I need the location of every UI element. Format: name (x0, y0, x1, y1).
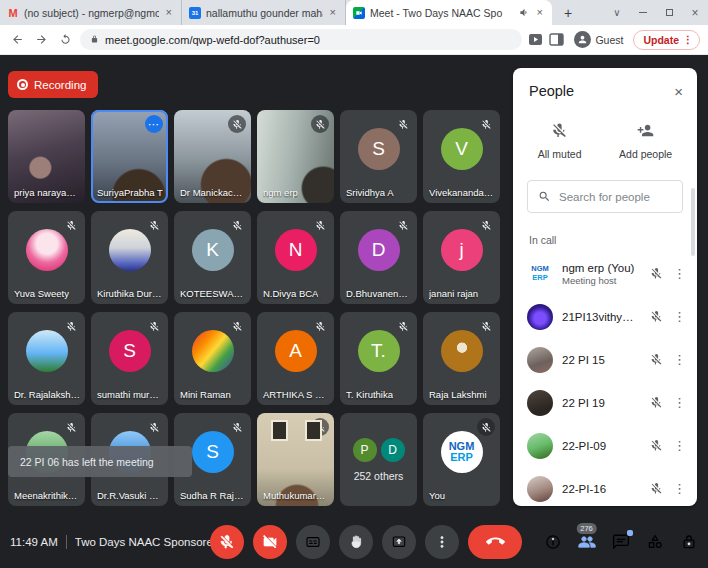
info-button[interactable] (542, 531, 563, 552)
participant-menu-icon[interactable]: ⋮ (673, 395, 685, 410)
record-icon (17, 79, 28, 90)
toast-notification: 22 PI 06 has left the meeting (8, 446, 192, 477)
participant-name: ngm erp (You) (562, 262, 639, 274)
participant-tile[interactable]: Yuva Sweety (8, 211, 85, 304)
address-bar[interactable]: meet.google.com/qwp-wefd-dof?authuser=0 (80, 29, 522, 50)
browser-tab[interactable]: 31nallamuthu gounder mahalingam× (182, 0, 346, 25)
tile-name-label: T. Kiruthika (346, 389, 393, 400)
participant-tile[interactable]: Dr. Rajalakshmi ... (8, 312, 85, 405)
mic-off-icon[interactable] (648, 266, 664, 282)
participant-name: 22 PI 19 (562, 397, 639, 409)
close-tab-icon[interactable]: × (535, 6, 545, 19)
participant-tile[interactable]: jjanani rajan (423, 211, 500, 304)
tile-options-button[interactable]: ⋯ (145, 115, 163, 133)
avatar: V (441, 128, 483, 170)
tile-name-label: SuriyaPrabha T (97, 187, 163, 198)
people-button[interactable]: 276 (576, 531, 597, 552)
participant-menu-icon[interactable]: ⋮ (673, 481, 685, 496)
mic-off-button[interactable] (210, 525, 244, 559)
participant-menu-icon[interactable]: ⋮ (673, 309, 685, 324)
present-button[interactable] (382, 525, 416, 559)
mic-off-icon[interactable] (648, 309, 664, 325)
mic-off-icon[interactable] (648, 352, 664, 368)
tile-name-label: Muthukumaran ... (263, 490, 329, 501)
participant-tile[interactable]: Raja Lakshmi (423, 312, 500, 405)
participant-tile[interactable]: Ssumathi murug... (91, 312, 168, 405)
participant-tile[interactable]: T.T. Kiruthika (340, 312, 417, 405)
participant-tile[interactable]: Kiruthika Durairaj (91, 211, 168, 304)
mic-off-icon[interactable] (648, 395, 664, 411)
participant-tile[interactable]: AARTHIKA S BCM (257, 312, 334, 405)
panel-title: People (529, 83, 574, 99)
participant-tile[interactable]: SuriyaPrabha T⋯ (91, 110, 168, 203)
participant-tile[interactable]: NGMERPYou (423, 413, 500, 506)
meet-icon (353, 7, 365, 19)
avatar (527, 476, 553, 502)
mic-off-icon[interactable] (648, 438, 664, 454)
browser-tab[interactable]: Meet - Two Days NAAC Spo× (346, 0, 552, 25)
minimize-button[interactable] (630, 0, 656, 25)
participant-tile[interactable]: SSrividhya A (340, 110, 417, 203)
captions-button[interactable] (296, 525, 330, 559)
close-tab-icon[interactable]: × (164, 6, 174, 19)
close-panel-icon[interactable]: × (674, 84, 683, 99)
tab-search-chevron-icon[interactable]: ∨ (604, 0, 630, 25)
search-people-box[interactable] (527, 180, 683, 213)
participant-menu-icon[interactable]: ⋮ (673, 352, 685, 367)
reload-button[interactable] (56, 31, 74, 49)
end-call-button[interactable] (468, 525, 522, 559)
participant-tile[interactable]: ngm erp (257, 110, 334, 203)
restore-button[interactable] (656, 0, 682, 25)
side-panel-icon[interactable] (549, 33, 564, 46)
participant-tile[interactable]: priya narayanan (8, 110, 85, 203)
participant-tile[interactable]: Dr Manickachez... (174, 110, 251, 203)
participant-row: 22-PI-09⋮ (513, 424, 697, 467)
add-people-button[interactable]: Add people (619, 122, 672, 160)
participant-tile[interactable]: PD252 others (340, 413, 417, 506)
search-people-input[interactable] (559, 191, 672, 203)
avatar: D (358, 229, 400, 271)
host-controls-button[interactable] (678, 531, 699, 552)
participant-tile[interactable]: Mini Raman (174, 312, 251, 405)
mic-off-icon (394, 115, 412, 133)
person-add-icon (637, 122, 654, 139)
participant-name: 22-PI-16 (562, 483, 639, 495)
new-tab-button[interactable]: + (558, 3, 578, 23)
participant-tile[interactable]: Muthukumaran ... (257, 413, 334, 506)
media-controls-icon[interactable] (528, 33, 543, 46)
close-tab-icon[interactable]: × (328, 6, 338, 19)
people-panel: People × All muted Add people In call NG… (513, 68, 697, 506)
participant-tile[interactable]: VVivekanandar A... (423, 110, 500, 203)
mute-all-button[interactable]: All muted (538, 122, 582, 160)
profile-button[interactable]: Guest (570, 29, 627, 50)
participant-tile[interactable]: DD.Bhuvanendran (340, 211, 417, 304)
tab-title: Meet - Two Days NAAC Spo (370, 7, 514, 19)
more-button[interactable] (425, 525, 459, 559)
tile-name-label: You (429, 490, 445, 501)
close-window-button[interactable]: × (682, 0, 708, 25)
chat-button[interactable] (610, 531, 631, 552)
avatar (192, 330, 234, 372)
forward-button[interactable] (32, 31, 50, 49)
ngm-erp-logo: NGMERP (441, 431, 483, 473)
mic-off-icon (145, 216, 163, 234)
mic-off-icon[interactable] (648, 481, 664, 497)
browser-toolbar: meet.google.com/qwp-wefd-dof?authuser=0 … (0, 25, 708, 55)
activities-button[interactable] (644, 531, 665, 552)
avatar: NGMERP (527, 261, 553, 287)
update-browser-button[interactable]: Update ⋮ (633, 30, 700, 50)
participant-row: 22 PI 15⋮ (513, 338, 697, 381)
participant-tile[interactable]: KKOTEESWARAN... (174, 211, 251, 304)
participant-menu-icon[interactable]: ⋮ (673, 438, 685, 453)
tile-name-label: sumathi murug... (97, 389, 163, 400)
raise-hand-button[interactable] (339, 525, 373, 559)
cam-off-button[interactable] (253, 525, 287, 559)
tile-name-label: Dr.R.Vasuki Co... (97, 490, 163, 501)
panel-scrollbar[interactable] (691, 188, 695, 256)
participant-menu-icon[interactable]: ⋮ (673, 266, 685, 281)
back-button[interactable] (8, 31, 26, 49)
avatar (574, 31, 591, 48)
browser-tab[interactable]: M(no subject) - ngmerp@ngmc.or× (0, 0, 182, 25)
tile-name-label: Yuva Sweety (14, 288, 69, 299)
participant-tile[interactable]: NN.Divya BCA (257, 211, 334, 304)
